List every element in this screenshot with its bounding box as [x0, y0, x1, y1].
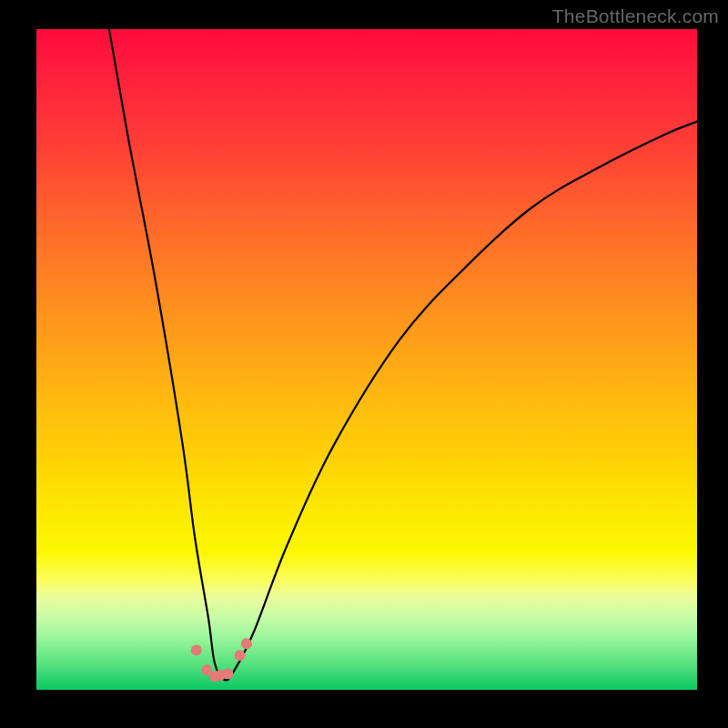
- trough-marker: [191, 644, 202, 655]
- trough-marker: [241, 638, 252, 649]
- watermark-text: TheBottleneck.com: [552, 5, 719, 27]
- chart-svg: [36, 29, 697, 690]
- chart-stage: TheBottleneck.com: [0, 0, 728, 728]
- plot-area: [36, 29, 697, 690]
- marker-group: [191, 638, 252, 682]
- trough-marker: [223, 669, 234, 680]
- bottleneck-curve-path: [109, 29, 697, 680]
- trough-marker: [235, 650, 246, 661]
